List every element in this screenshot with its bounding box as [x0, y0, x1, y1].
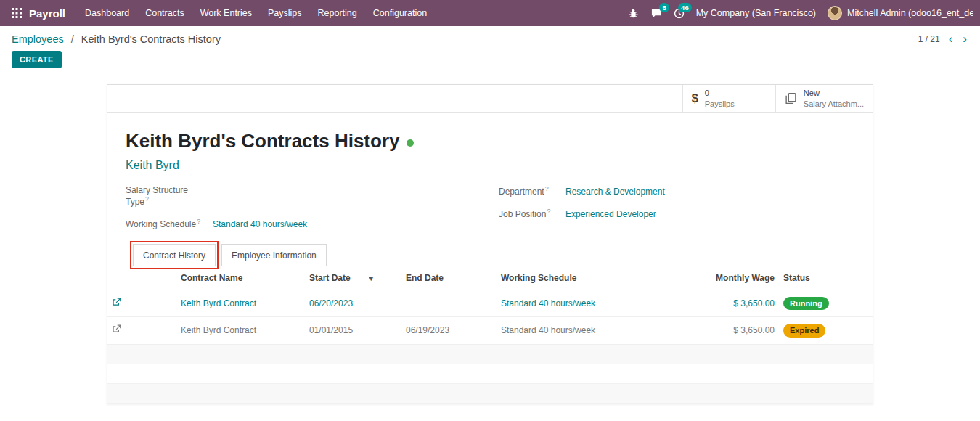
- cell-working-schedule[interactable]: Standard 40 hours/week: [497, 317, 688, 344]
- messages-icon[interactable]: 5: [650, 8, 662, 19]
- control-panel: Employees / Keith Byrd's Contracts Histo…: [0, 26, 980, 48]
- field-label-job-position: Job Position?: [499, 208, 565, 219]
- field-value-department[interactable]: Research & Development: [565, 187, 665, 197]
- salary-attachment-stat-button[interactable]: New Salary Attachm...: [775, 85, 873, 112]
- payslips-stat-button[interactable]: $ 0 Payslips: [682, 85, 775, 112]
- app-name[interactable]: Payroll: [29, 7, 65, 20]
- page-title: Keith Byrd's Contracts History: [126, 130, 854, 152]
- cell-start-date[interactable]: 06/20/2023: [305, 290, 401, 317]
- nav-item-dashboard[interactable]: Dashboard: [77, 1, 137, 25]
- nav-item-work-entries[interactable]: Work Entries: [192, 1, 260, 25]
- dollar-icon: $: [692, 92, 698, 105]
- cell-monthly-wage[interactable]: $ 3,650.00: [688, 290, 779, 317]
- breadcrumb-separator: /: [71, 33, 74, 45]
- payslips-label: Payslips: [705, 99, 735, 109]
- cell-start-date[interactable]: 01/01/2015: [305, 317, 401, 344]
- open-record-icon[interactable]: [112, 324, 121, 334]
- activities-clock-icon[interactable]: 46: [674, 8, 685, 19]
- sort-caret-icon: ▾: [369, 274, 373, 282]
- nav-item-contracts[interactable]: Contracts: [137, 1, 192, 25]
- field-grid: Salary Structure Type? Working Schedule?…: [126, 185, 854, 240]
- apps-menu-icon[interactable]: [7, 0, 26, 26]
- company-switcher[interactable]: My Company (San Francisco): [696, 8, 816, 18]
- salary-attachment-value: New: [804, 88, 864, 98]
- breadcrumb-employees-link[interactable]: Employees: [12, 33, 64, 45]
- contracts-table: Contract Name Start Date▾ End Date Worki…: [107, 266, 873, 404]
- messages-count-badge: 5: [659, 3, 669, 12]
- table-header-row: Contract Name Start Date▾ End Date Worki…: [107, 266, 873, 290]
- help-icon: ?: [197, 218, 200, 225]
- empty-row: [107, 344, 873, 364]
- cell-contract-name[interactable]: Keith Byrd Contract: [176, 317, 305, 344]
- help-icon: ?: [545, 185, 549, 192]
- cell-monthly-wage[interactable]: $ 3,650.00: [688, 317, 779, 344]
- cell-end-date[interactable]: 06/19/2023: [401, 317, 497, 344]
- tab-employee-information[interactable]: Employee Information: [221, 244, 327, 266]
- breadcrumb-current: Keith Byrd's Contracts History: [81, 33, 221, 45]
- payslips-count: 0: [705, 88, 735, 98]
- create-button[interactable]: CREATE: [12, 51, 62, 68]
- field-label-salary-structure-type: Salary Structure Type?: [126, 185, 213, 207]
- actions-row: CREATE: [0, 48, 980, 75]
- employee-link[interactable]: Keith Byrd: [126, 159, 179, 172]
- column-status[interactable]: Status: [779, 266, 873, 290]
- empty-row: [107, 364, 873, 383]
- cell-contract-name[interactable]: Keith Byrd Contract: [176, 290, 305, 317]
- stat-button-box: $ 0 Payslips New Salary Attachm...: [107, 85, 873, 113]
- breadcrumb: Employees / Keith Byrd's Contracts Histo…: [12, 33, 221, 45]
- pager-next-icon[interactable]: ›: [961, 33, 968, 45]
- contract-row-running[interactable]: Keith Byrd Contract 06/20/2023 Standard …: [107, 290, 873, 317]
- contract-row-expired[interactable]: Keith Byrd Contract 01/01/2015 06/19/202…: [107, 317, 873, 344]
- empty-row: [107, 383, 873, 403]
- help-icon: ?: [547, 208, 550, 215]
- user-menu[interactable]: Mitchell Admin (odoo16_ent_dem: [847, 8, 973, 18]
- pager-previous-icon[interactable]: ‹: [947, 33, 955, 45]
- column-working-schedule[interactable]: Working Schedule: [497, 266, 688, 290]
- copy-icon: [785, 92, 797, 105]
- help-icon: ?: [145, 195, 149, 203]
- open-record-icon[interactable]: [112, 298, 121, 307]
- record-active-dot: [407, 139, 414, 147]
- status-badge-running: Running: [783, 297, 829, 310]
- grid-icon: [12, 8, 22, 18]
- activities-count-badge: 46: [678, 3, 692, 12]
- record-pager: 1 / 21 ‹ ›: [918, 33, 968, 45]
- user-avatar[interactable]: [828, 6, 842, 20]
- field-label-department: Department?: [499, 185, 565, 197]
- pager-value: 1 / 21: [918, 34, 940, 44]
- nav-item-payslips[interactable]: Payslips: [260, 1, 310, 25]
- field-label-working-schedule: Working Schedule?: [126, 218, 213, 229]
- main-menu: Dashboard Contracts Work Entries Payslip…: [77, 0, 435, 26]
- tab-contract-history[interactable]: Contract History: [133, 244, 216, 266]
- nav-item-configuration[interactable]: Configuration: [365, 1, 435, 25]
- status-badge-expired: Expired: [783, 324, 825, 337]
- cell-end-date: [401, 290, 497, 317]
- nav-item-reporting[interactable]: Reporting: [310, 1, 365, 25]
- debug-bug-icon[interactable]: [628, 8, 639, 19]
- column-contract-name[interactable]: Contract Name: [176, 266, 305, 290]
- column-end-date[interactable]: End Date: [401, 266, 497, 290]
- form-sheet: $ 0 Payslips New Salary Attachm... Keith…: [107, 84, 873, 404]
- column-start-date[interactable]: Start Date▾: [305, 266, 401, 290]
- field-value-job-position[interactable]: Experienced Developer: [565, 209, 656, 219]
- cell-working-schedule[interactable]: Standard 40 hours/week: [497, 290, 688, 317]
- notebook-tabs: Contract History Employee Information: [107, 243, 873, 266]
- field-value-working-schedule[interactable]: Standard 40 hours/week: [213, 219, 307, 229]
- top-navbar: Payroll Dashboard Contracts Work Entries…: [0, 0, 980, 26]
- column-monthly-wage[interactable]: Monthly Wage: [688, 266, 779, 290]
- salary-attachment-label: Salary Attachm...: [804, 99, 864, 109]
